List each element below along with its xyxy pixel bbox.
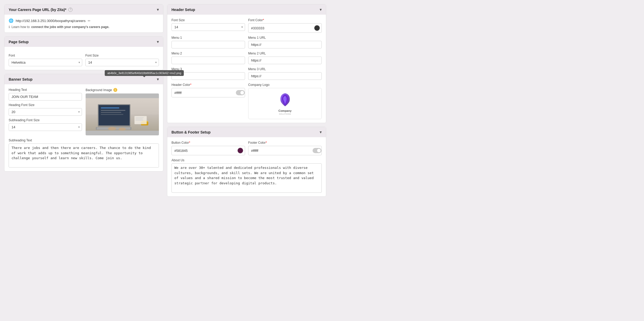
menu2-url-input[interactable] [248, 57, 322, 64]
heading-font-size-select[interactable]: 20 16 24 28 [9, 108, 82, 116]
menu1-url-label: Menu 1 URL [248, 36, 322, 40]
page-setup-header: Page Setup ▾ [4, 37, 163, 47]
info-circle-icon: ℹ [9, 25, 10, 29]
font-select[interactable]: Helvetica Arial Times New Roman [9, 59, 82, 66]
heading-font-size-wrapper: 20 16 24 28 ▾ [9, 108, 82, 116]
url-row: 🌐 http://192.168.3.251:3000/boopathyraj/… [9, 18, 159, 23]
banner-grid: Heading Text Heading Font Size 20 16 24 … [9, 88, 159, 135]
svg-rect-7 [101, 114, 123, 115]
header-setup-card: Header Setup ▾ Font Size 14 12 16 [167, 4, 326, 123]
page-font-size-select[interactable]: 14 12 16 18 [85, 59, 159, 66]
careers-url-chevron[interactable]: ▾ [157, 7, 159, 12]
heading-text-group: Heading Text [9, 88, 82, 101]
footer-color-toggle[interactable] [313, 148, 321, 153]
header-setup-chevron[interactable]: ▾ [320, 7, 322, 12]
font-color-input-wrapper [248, 23, 322, 33]
header-color-input[interactable] [172, 89, 236, 96]
header-setup-body: Font Size 14 12 16 ▾ Font Color* [167, 15, 326, 123]
svg-rect-4 [101, 107, 119, 109]
header-setup-grid: Font Size 14 12 16 ▾ Font Color* [171, 18, 322, 119]
button-footer-title: Button & Footer Setup [171, 130, 210, 134]
menu2-url-group: Menu 2 URL [248, 52, 322, 64]
svg-point-18 [119, 128, 126, 131]
header-color-label: Header Color* [171, 83, 245, 87]
subheading-font-size-label: Subheading Font Size [9, 118, 82, 122]
menu3-url-input[interactable] [248, 72, 322, 80]
button-footer-card: Button & Footer Setup ▾ Button Color* [167, 127, 326, 197]
careers-url-title: Your Careers Page URL (by Zita)* [9, 8, 66, 12]
careers-url-card: Your Careers Page URL (by Zita)* ? ▾ 🌐 h… [4, 4, 163, 33]
company-tagline: SOLUTIONS [279, 113, 291, 115]
header-color-toggle-wrapper [236, 88, 245, 97]
header-color-input-wrapper [171, 88, 245, 97]
footer-color-input-wrapper [248, 146, 322, 155]
menu1-input[interactable] [171, 41, 245, 48]
font-color-label: Font Color* [248, 18, 322, 22]
heading-font-size-label: Heading Font Size [9, 103, 82, 107]
page-setup-card: Page Setup ▾ Font Helvetica Arial Times … [4, 36, 163, 70]
page-font-size-group: Font Size 14 12 16 18 ▾ [85, 54, 159, 66]
banner-image-container[interactable] [86, 93, 159, 135]
font-label: Font [9, 54, 82, 57]
button-footer-body: Button Color* Footer Color* [167, 137, 326, 196]
banner-right: Background Image i [86, 88, 159, 135]
menu3-url-label: Menu 3 URL [248, 67, 322, 71]
careers-help-icon[interactable]: ? [68, 8, 73, 12]
page-setup-chevron[interactable]: ▾ [157, 39, 159, 44]
banner-image-svg [86, 93, 159, 135]
button-color-label: Button Color* [171, 141, 245, 145]
heading-text-label: Heading Text [9, 88, 82, 92]
svg-rect-5 [101, 110, 125, 111]
banner-setup-chevron[interactable]: ▾ [157, 77, 159, 82]
button-color-swatch[interactable] [236, 146, 245, 155]
menu2-label: Menu 2 [171, 52, 245, 55]
subheading-text-label: Subheading Text [9, 139, 159, 142]
image-tooltip-area [86, 93, 159, 135]
footer-color-label: Footer Color* [248, 141, 322, 145]
banner-setup-title: Banner Setup [9, 77, 32, 81]
btn-footer-grid: Button Color* Footer Color* [171, 141, 322, 193]
menu2-input[interactable] [171, 57, 245, 64]
subheading-font-size-group: Subheading Font Size 14 12 16 ▾ [9, 118, 82, 131]
page-font-size-label: Font Size [85, 54, 159, 57]
about-us-label: About Us [171, 158, 322, 162]
button-footer-header: Button & Footer Setup ▾ [167, 127, 326, 137]
font-select-wrapper: Helvetica Arial Times New Roman ▾ [9, 59, 82, 66]
header-font-size-group: Font Size 14 12 16 ▾ [171, 18, 245, 33]
svg-rect-6 [101, 112, 121, 113]
banner-setup-header: Banner Setup ▾ [4, 74, 163, 84]
header-font-size-select[interactable]: 14 12 16 [171, 23, 245, 31]
heading-font-size-group: Heading Font Size 20 16 24 28 ▾ [9, 103, 82, 116]
button-color-input-wrapper [171, 146, 245, 155]
company-logo-text: Company [278, 109, 291, 112]
toggle-knob [240, 91, 244, 95]
edit-icon[interactable]: ✏ [88, 19, 91, 23]
background-image-label: Background Image [86, 88, 112, 92]
page-setup-title: Page Setup [9, 40, 29, 44]
button-color-input[interactable] [172, 147, 236, 154]
footer-toggle-knob [317, 148, 321, 153]
heading-text-input[interactable] [9, 93, 82, 101]
page-setup-form-row: Font Helvetica Arial Times New Roman ▾ F… [9, 54, 159, 66]
company-logo-box[interactable]: Company SOLUTIONS [248, 88, 322, 119]
svg-rect-14 [136, 118, 144, 118]
menu2-url-label: Menu 2 URL [248, 52, 322, 55]
subheading-text-group: Subheading Text [9, 139, 159, 168]
subheading-font-size-select[interactable]: 14 12 16 [9, 123, 82, 131]
about-us-textarea[interactable] [171, 163, 322, 193]
background-image-info-icon[interactable]: i [113, 88, 117, 92]
globe-icon: 🌐 [9, 18, 14, 23]
header-color-toggle[interactable] [236, 90, 245, 95]
font-color-input[interactable] [248, 25, 313, 32]
banner-setup-body: Heading Text Heading Font Size 20 16 24 … [4, 84, 163, 171]
subheading-text-textarea[interactable] [9, 143, 159, 168]
page-font-size-wrapper: 14 12 16 18 ▾ [85, 59, 159, 66]
button-footer-chevron[interactable]: ▾ [320, 130, 322, 135]
banner-setup-card: Banner Setup ▾ Heading Text Heading Font… [4, 74, 163, 171]
footer-color-input[interactable] [248, 147, 313, 154]
menu1-url-input[interactable] [248, 41, 322, 48]
info-link-text[interactable]: connect the jobs with your company's car… [31, 25, 109, 29]
font-color-swatch[interactable] [313, 24, 321, 32]
header-font-size-wrapper: 14 12 16 ▾ [171, 23, 245, 31]
menu3-input[interactable] [171, 72, 245, 80]
